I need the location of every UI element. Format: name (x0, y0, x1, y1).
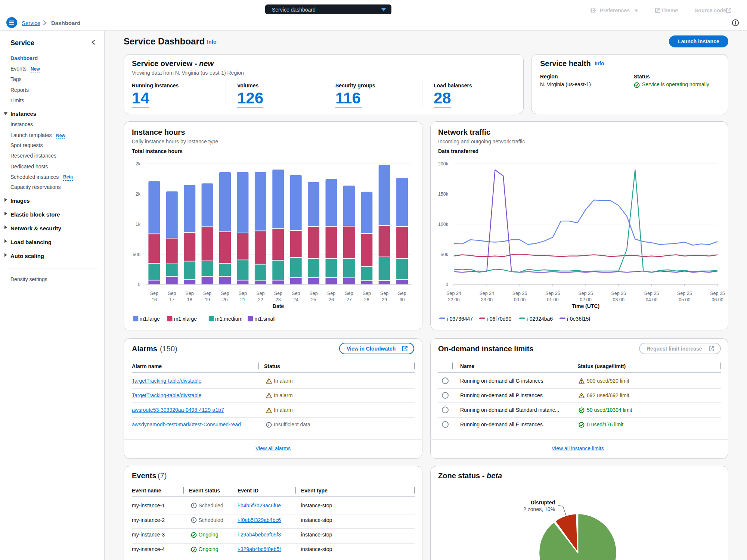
svg-text:100k: 100k (438, 222, 449, 227)
svg-text:Time (UTC): Time (UTC) (572, 303, 599, 309)
svg-text:Sep: Sep (274, 291, 282, 296)
svg-text:Sep 25: Sep 25 (644, 291, 659, 296)
svg-text:Sep: Sep (292, 291, 300, 296)
svg-text:Sep: Sep (203, 291, 211, 296)
svg-text:i-06f70d90: i-06f70d90 (487, 316, 511, 322)
svg-text:Sep 25: Sep 25 (677, 291, 692, 296)
svg-text:150k: 150k (438, 192, 449, 197)
svg-text:Sep: Sep (380, 291, 388, 296)
svg-text:Sep 25: Sep 25 (578, 291, 593, 296)
svg-text:Sep 24: Sep 24 (446, 291, 461, 296)
svg-text:2k: 2k (136, 192, 141, 197)
svg-text:m1.small: m1.small (255, 316, 276, 322)
svg-text:Sep 25: Sep 25 (611, 291, 626, 296)
svg-text:01:00: 01:00 (547, 297, 558, 302)
svg-text:19: 19 (205, 297, 210, 302)
svg-text:26: 26 (329, 297, 334, 302)
svg-text:00:00: 00:00 (514, 297, 526, 302)
svg-text:50k: 50k (441, 252, 449, 257)
svg-text:18: 18 (187, 297, 192, 302)
svg-text:Sep: Sep (221, 291, 229, 296)
svg-text:Sep: Sep (239, 291, 247, 296)
svg-text:Sep: Sep (186, 291, 194, 296)
svg-text:23:00: 23:00 (481, 297, 493, 302)
svg-text:m1.large: m1.large (140, 316, 160, 322)
svg-text:20: 20 (223, 297, 228, 302)
svg-text:21: 21 (240, 297, 245, 302)
svg-text:i-02924ba6: i-02924ba6 (527, 316, 553, 322)
svg-text:22:00: 22:00 (448, 297, 459, 302)
svg-text:m1.medium: m1.medium (215, 316, 242, 322)
svg-text:16: 16 (152, 297, 157, 302)
svg-text:500: 500 (133, 252, 140, 257)
svg-text:Sep 25: Sep 25 (512, 291, 527, 296)
svg-text:Sep 25: Sep 25 (710, 291, 725, 296)
svg-text:i-0e36f15f: i-0e36f15f (567, 316, 590, 322)
svg-text:1k: 1k (136, 222, 141, 227)
svg-text:22: 22 (258, 297, 263, 302)
svg-text:28: 28 (364, 297, 369, 302)
svg-text:200k: 200k (438, 161, 449, 167)
svg-text:04:00: 04:00 (646, 297, 657, 302)
svg-text:Sep: Sep (256, 291, 264, 296)
svg-text:Sep: Sep (168, 291, 176, 296)
svg-text:27: 27 (346, 297, 351, 302)
svg-text:m1.xlarge: m1.xlarge (174, 316, 197, 322)
svg-text:30: 30 (400, 297, 405, 302)
svg-text:Sep: Sep (363, 291, 371, 296)
svg-text:25: 25 (311, 297, 316, 302)
svg-text:02:00: 02:00 (580, 297, 591, 302)
svg-text:2k: 2k (136, 161, 141, 167)
svg-text:Date: Date (273, 303, 284, 309)
svg-text:0: 0 (446, 282, 448, 287)
svg-text:0: 0 (138, 282, 140, 287)
svg-text:03:00: 03:00 (613, 297, 624, 302)
svg-text:17: 17 (169, 297, 174, 302)
svg-text:Sep: Sep (309, 291, 317, 296)
svg-text:Sep: Sep (345, 291, 353, 296)
svg-text:23: 23 (276, 297, 281, 302)
svg-text:Sep 24: Sep 24 (479, 291, 494, 296)
svg-text:Sep 25: Sep 25 (545, 291, 560, 296)
svg-text:Sep: Sep (327, 291, 335, 296)
svg-text:Sep: Sep (150, 291, 158, 296)
svg-text:05:00: 05:00 (679, 297, 690, 302)
svg-text:Sep: Sep (398, 291, 406, 296)
svg-text:06:00: 06:00 (712, 297, 723, 302)
svg-text:29: 29 (382, 297, 387, 302)
svg-text:i-03736447: i-03736447 (447, 316, 473, 322)
svg-text:24: 24 (293, 297, 298, 302)
